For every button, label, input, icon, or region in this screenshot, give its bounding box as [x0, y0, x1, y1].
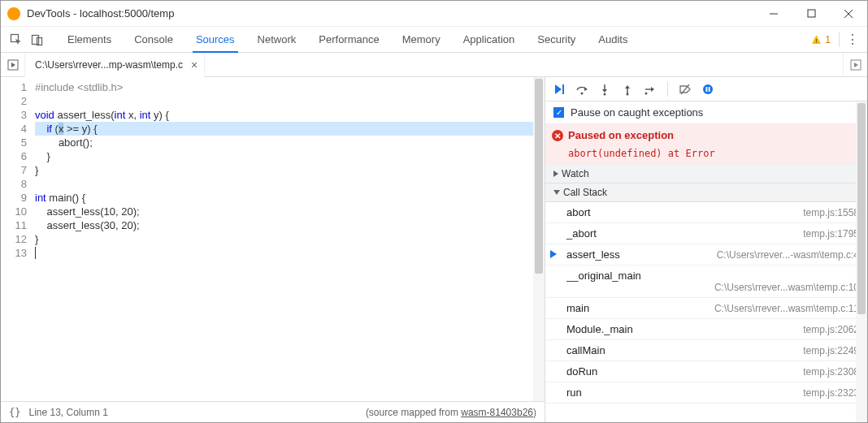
- pause-on-caught-checkbox[interactable]: [553, 107, 564, 118]
- stack-frame-location: temp.js:2249: [803, 345, 859, 356]
- deactivate-breakpoints-button[interactable]: [676, 80, 694, 98]
- step-into-button[interactable]: [596, 80, 614, 98]
- tab-application[interactable]: Application: [452, 27, 527, 53]
- stack-frame-location: C:\Users\rrever...wasm\temp.c:11: [714, 303, 859, 314]
- pause-on-caught-label: Pause on caught exceptions: [571, 106, 703, 119]
- tab-security[interactable]: Security: [526, 27, 587, 53]
- debugger-toolbar: [545, 77, 867, 101]
- code-line[interactable]: int main() {: [35, 191, 545, 205]
- exception-banner: ✕ Paused on exception abort(undefined) a…: [545, 124, 867, 165]
- svg-rect-5: [33, 35, 39, 44]
- stack-frame[interactable]: callMaintemp.js:2249: [545, 340, 867, 361]
- chevron-right-icon: [553, 170, 558, 177]
- close-button[interactable]: [830, 1, 867, 27]
- minimize-button[interactable]: [755, 1, 792, 27]
- braces-icon[interactable]: {}: [9, 407, 20, 418]
- exception-detail: abort(undefined) at Error: [568, 148, 715, 159]
- svg-point-26: [703, 84, 713, 94]
- more-tabs-icon[interactable]: [843, 53, 867, 77]
- device-toolbar-icon[interactable]: [27, 29, 48, 50]
- tab-elements[interactable]: Elements: [56, 27, 123, 53]
- main-tabs: ElementsConsoleSourcesNetworkPerformance…: [1, 27, 867, 53]
- pause-on-caught-row[interactable]: Pause on caught exceptions: [545, 101, 867, 124]
- svg-point-15: [581, 92, 584, 94]
- stack-frame-function: Module._main: [566, 323, 633, 335]
- more-menu-icon[interactable]: ⋮: [843, 32, 862, 47]
- status-bar: {} Line 13, Column 1 (source mapped from…: [1, 401, 545, 422]
- code-editor[interactable]: 12345678910111213 #include <stdlib.h> vo…: [1, 77, 545, 401]
- error-icon: ✕: [552, 130, 563, 141]
- svg-rect-27: [706, 87, 708, 92]
- stack-frame[interactable]: doRuntemp.js:2308: [545, 361, 867, 382]
- debugger-scrollbar[interactable]: [856, 101, 867, 422]
- stack-frame-location: temp.js:1558: [803, 207, 859, 218]
- code-line[interactable]: [35, 246, 545, 260]
- inspect-element-icon[interactable]: [6, 29, 27, 50]
- stack-frame[interactable]: __original_mainC:\Users\rrever...wasm\te…: [545, 265, 867, 298]
- svg-marker-20: [625, 85, 630, 88]
- maximize-button[interactable]: [792, 1, 830, 27]
- tab-performance[interactable]: Performance: [307, 27, 390, 53]
- code-line[interactable]: #include <stdlib.h>: [35, 80, 545, 94]
- stack-frame-location: C:\Users\rrever...wasm\temp.c:10: [714, 282, 859, 293]
- window-title: DevTools - localhost:5000/temp: [27, 7, 755, 19]
- sources-toolbar: C:\Users\rrever...mp-wasm\temp.c ×: [1, 53, 867, 77]
- tab-audits[interactable]: Audits: [587, 27, 639, 53]
- code-line[interactable]: [35, 94, 545, 108]
- watch-section[interactable]: Watch: [545, 165, 867, 183]
- resume-button[interactable]: [550, 80, 568, 98]
- debugger-pane: Pause on caught exceptions ✕ Paused on e…: [545, 77, 867, 422]
- pause-on-exceptions-button[interactable]: [699, 80, 717, 98]
- devtools-window: DevTools - localhost:5000/temp ElementsC…: [0, 0, 868, 423]
- callstack-section[interactable]: Call Stack: [545, 183, 867, 202]
- code-line[interactable]: }: [35, 232, 545, 246]
- stack-frame-function: __original_main: [566, 270, 641, 282]
- svg-marker-14: [584, 87, 588, 91]
- code-line[interactable]: }: [35, 149, 545, 163]
- navigator-toggle-icon[interactable]: [1, 53, 25, 77]
- main-area: 12345678910111213 #include <stdlib.h> vo…: [1, 77, 867, 422]
- tab-network[interactable]: Network: [246, 27, 308, 53]
- stack-frame[interactable]: Module._maintemp.js:2062: [545, 319, 867, 340]
- source-map-link[interactable]: wasm-81403b26: [461, 407, 533, 418]
- close-tab-icon[interactable]: ×: [191, 58, 197, 71]
- stack-frame-location: temp.js:1795: [803, 228, 859, 240]
- stack-frame[interactable]: assert_lessC:\Users\rrever...-wasm\temp.…: [545, 244, 867, 265]
- stack-frame-function: abort: [566, 206, 591, 218]
- svg-marker-17: [602, 89, 607, 93]
- code-line[interactable]: assert_less(10, 20);: [35, 205, 545, 218]
- stack-frame-function: callMain: [566, 344, 605, 356]
- tab-sources[interactable]: Sources: [184, 27, 246, 53]
- stack-frame[interactable]: _aborttemp.js:1795: [545, 223, 867, 244]
- step-over-button[interactable]: [573, 80, 591, 98]
- debugger-body: Pause on caught exceptions ✕ Paused on e…: [545, 101, 867, 422]
- stack-frame-location: temp.js:2323: [803, 387, 859, 399]
- code-line[interactable]: assert_less(30, 20);: [35, 218, 545, 232]
- code-line[interactable]: if (x >= y) {: [35, 122, 545, 136]
- stack-frame[interactable]: runtemp.js:2323: [545, 382, 867, 404]
- code-content[interactable]: #include <stdlib.h> void assert_less(int…: [32, 77, 545, 401]
- code-line[interactable]: }: [35, 163, 545, 177]
- svg-rect-13: [562, 84, 564, 94]
- tab-console[interactable]: Console: [123, 27, 184, 53]
- stack-frame-function: assert_less: [566, 248, 620, 261]
- file-tab[interactable]: C:\Users\rrever...mp-wasm\temp.c ×: [25, 53, 205, 77]
- svg-rect-1: [808, 10, 815, 17]
- code-line[interactable]: [35, 177, 545, 191]
- svg-point-21: [627, 93, 629, 95]
- stack-frame[interactable]: mainC:\Users\rrever...wasm\temp.c:11: [545, 298, 867, 319]
- titlebar: DevTools - localhost:5000/temp: [1, 1, 867, 27]
- code-line[interactable]: void assert_less(int x, int y) {: [35, 108, 545, 122]
- svg-marker-9: [11, 63, 15, 67]
- step-out-button[interactable]: [618, 80, 636, 98]
- code-line[interactable]: abort();: [35, 136, 545, 149]
- svg-point-18: [604, 93, 606, 95]
- step-button[interactable]: [641, 80, 659, 98]
- stack-frame-location: C:\Users\rrever...-wasm\temp.c:4: [717, 249, 859, 261]
- stack-frame-function: doRun: [566, 365, 597, 378]
- stack-frame[interactable]: aborttemp.js:1558: [545, 202, 867, 223]
- tab-memory[interactable]: Memory: [391, 27, 452, 53]
- warning-badge[interactable]: ! 1: [811, 34, 831, 45]
- source-map-info: (source mapped from wasm-81403b26): [366, 407, 536, 418]
- editor-scrollbar[interactable]: [533, 77, 545, 401]
